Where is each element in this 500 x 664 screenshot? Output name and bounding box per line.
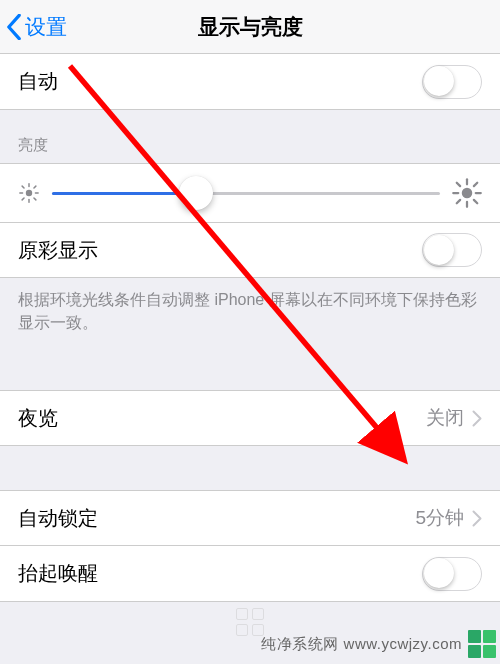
nav-bar: 设置 显示与亮度 bbox=[0, 0, 500, 54]
svg-point-9 bbox=[462, 188, 473, 199]
raise-to-wake-label: 抬起唤醒 bbox=[18, 560, 98, 587]
spacer bbox=[0, 446, 500, 490]
night-shift-row[interactable]: 夜览 关闭 bbox=[0, 390, 500, 446]
svg-line-7 bbox=[22, 198, 24, 200]
watermark-ghost-icon bbox=[236, 608, 264, 636]
watermark-text: 纯净系统网 www.ycwjzy.com bbox=[261, 635, 462, 654]
svg-line-16 bbox=[457, 200, 460, 203]
true-tone-footer: 根据环境光线条件自动调整 iPhone 屏幕以在不同环境下保持色彩显示一致。 bbox=[0, 278, 500, 352]
auto-lock-row[interactable]: 自动锁定 5分钟 bbox=[0, 490, 500, 546]
auto-lock-label: 自动锁定 bbox=[18, 505, 98, 532]
night-shift-value: 关闭 bbox=[426, 405, 464, 431]
svg-line-14 bbox=[457, 183, 460, 186]
brightness-section-header: 亮度 bbox=[0, 110, 500, 163]
spacer bbox=[0, 352, 500, 390]
brightness-slider-fill bbox=[52, 192, 196, 195]
back-button[interactable]: 设置 bbox=[6, 13, 67, 41]
night-shift-label: 夜览 bbox=[18, 405, 58, 432]
true-tone-row: 原彩显示 bbox=[0, 222, 500, 278]
svg-line-5 bbox=[22, 186, 24, 188]
chevron-left-icon bbox=[6, 14, 22, 40]
watermark-logo-icon bbox=[468, 630, 496, 658]
svg-line-8 bbox=[34, 186, 36, 188]
svg-line-17 bbox=[474, 183, 477, 186]
auto-brightness-label: 自动 bbox=[18, 68, 58, 95]
raise-to-wake-row: 抬起唤醒 bbox=[0, 546, 500, 602]
svg-line-15 bbox=[474, 200, 477, 203]
auto-brightness-switch[interactable] bbox=[422, 65, 482, 99]
true-tone-switch[interactable] bbox=[422, 233, 482, 267]
svg-point-0 bbox=[26, 190, 32, 196]
raise-to-wake-switch[interactable] bbox=[422, 557, 482, 591]
auto-lock-value: 5分钟 bbox=[415, 505, 464, 531]
brightness-slider-row bbox=[0, 163, 500, 222]
chevron-right-icon bbox=[472, 510, 482, 527]
auto-brightness-row: 自动 bbox=[0, 54, 500, 110]
chevron-right-icon bbox=[472, 410, 482, 427]
brightness-slider[interactable] bbox=[52, 192, 440, 195]
svg-line-6 bbox=[34, 198, 36, 200]
brightness-slider-knob[interactable] bbox=[179, 176, 213, 210]
sun-min-icon bbox=[18, 182, 40, 204]
true-tone-label: 原彩显示 bbox=[18, 237, 98, 264]
back-label: 设置 bbox=[25, 13, 67, 41]
sun-max-icon bbox=[452, 178, 482, 208]
page-title: 显示与亮度 bbox=[0, 13, 500, 41]
